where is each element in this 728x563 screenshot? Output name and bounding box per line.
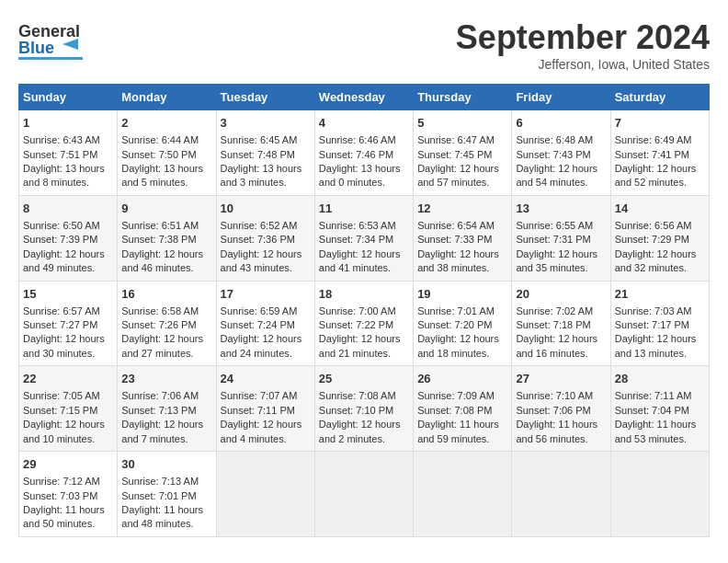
sunset: Sunset: 7:22 PM [319, 319, 393, 330]
sunset: Sunset: 7:01 PM [121, 490, 196, 501]
sunset: Sunset: 7:29 PM [615, 234, 689, 245]
daylight: Daylight: 11 hours and 56 minutes. [516, 419, 597, 443]
sunset: Sunset: 7:08 PM [417, 405, 492, 416]
calendar-cell: 7Sunrise: 6:49 AMSunset: 7:41 PMDaylight… [610, 110, 709, 196]
logo: General Blue [18, 18, 87, 73]
calendar-cell: 28Sunrise: 7:11 AMSunset: 7:04 PMDayligh… [610, 366, 709, 452]
sunrise: Sunrise: 6:50 AM [23, 220, 100, 231]
calendar-subtitle: Jefferson, Iowa, United States [456, 57, 710, 72]
sunset: Sunset: 7:26 PM [121, 319, 196, 330]
header: General Blue September 2024 Jefferson, I… [18, 18, 710, 73]
sunset: Sunset: 7:20 PM [417, 319, 492, 330]
calendar-cell: 10Sunrise: 6:52 AMSunset: 7:36 PMDayligh… [216, 195, 314, 281]
sunset: Sunset: 7:39 PM [23, 234, 97, 245]
daylight: Daylight: 12 hours and 54 minutes. [516, 163, 597, 188]
sunrise: Sunrise: 6:44 AM [121, 134, 199, 145]
calendar-cell: 30Sunrise: 7:13 AMSunset: 7:01 PMDayligh… [118, 452, 216, 537]
sunrise: Sunrise: 7:01 AM [417, 305, 495, 316]
daylight: Daylight: 12 hours and 41 minutes. [319, 248, 401, 273]
sunrise: Sunrise: 6:43 AM [23, 134, 100, 145]
sunrise: Sunrise: 6:51 AM [121, 220, 199, 231]
calendar-week-2: 8Sunrise: 6:50 AMSunset: 7:39 PMDaylight… [19, 195, 710, 281]
daylight: Daylight: 11 hours and 48 minutes. [121, 504, 203, 529]
calendar-cell: 12Sunrise: 6:54 AMSunset: 7:33 PMDayligh… [414, 195, 512, 281]
daylight: Daylight: 12 hours and 18 minutes. [417, 333, 499, 358]
calendar-cell: 22Sunrise: 7:05 AMSunset: 7:15 PMDayligh… [19, 366, 118, 452]
day-number: 14 [615, 201, 705, 217]
sunset: Sunset: 7:43 PM [516, 149, 590, 160]
sunrise: Sunrise: 6:58 AM [121, 305, 199, 316]
sunset: Sunset: 7:13 PM [121, 405, 196, 416]
sunset: Sunset: 7:51 PM [23, 149, 97, 160]
daylight: Daylight: 12 hours and 35 minutes. [516, 248, 597, 273]
calendar-cell: 23Sunrise: 7:06 AMSunset: 7:13 PMDayligh… [118, 366, 216, 452]
day-header-monday: Monday [118, 85, 216, 110]
day-number: 12 [417, 201, 507, 217]
daylight: Daylight: 11 hours and 50 minutes. [23, 504, 105, 529]
sunrise: Sunrise: 6:59 AM [221, 305, 298, 316]
day-number: 20 [516, 286, 606, 303]
calendar-cell: 14Sunrise: 6:56 AMSunset: 7:29 PMDayligh… [610, 195, 709, 281]
sunrise: Sunrise: 7:00 AM [319, 305, 396, 316]
day-number: 16 [121, 286, 211, 303]
day-number: 22 [23, 371, 113, 387]
sunset: Sunset: 7:10 PM [319, 405, 393, 416]
day-number: 9 [121, 201, 211, 217]
day-number: 6 [516, 115, 606, 132]
sunrise: Sunrise: 6:46 AM [319, 134, 396, 145]
sunrise: Sunrise: 7:12 AM [23, 476, 100, 487]
sunrise: Sunrise: 6:49 AM [615, 134, 692, 145]
sunrise: Sunrise: 7:13 AM [121, 476, 199, 487]
day-header-saturday: Saturday [610, 85, 709, 110]
daylight: Daylight: 13 hours and 5 minutes. [121, 163, 203, 188]
sunrise: Sunrise: 7:08 AM [319, 390, 396, 401]
day-number: 15 [23, 286, 113, 303]
calendar-table: SundayMondayTuesdayWednesdayThursdayFrid… [18, 84, 710, 537]
daylight: Daylight: 12 hours and 52 minutes. [615, 163, 697, 188]
calendar-cell [512, 452, 610, 537]
sunset: Sunset: 7:04 PM [615, 405, 689, 416]
sunrise: Sunrise: 7:07 AM [221, 390, 298, 401]
day-number: 3 [221, 115, 311, 132]
sunset: Sunset: 7:45 PM [417, 149, 492, 160]
daylight: Daylight: 12 hours and 46 minutes. [121, 248, 203, 273]
sunrise: Sunrise: 7:10 AM [516, 390, 593, 401]
day-number: 26 [417, 371, 507, 387]
daylight: Daylight: 12 hours and 21 minutes. [319, 333, 401, 358]
calendar-cell: 1Sunrise: 6:43 AMSunset: 7:51 PMDaylight… [19, 110, 118, 196]
sunset: Sunset: 7:11 PM [221, 405, 295, 416]
calendar-cell: 20Sunrise: 7:02 AMSunset: 7:18 PMDayligh… [512, 281, 610, 366]
title-area: September 2024 Jefferson, Iowa, United S… [456, 18, 710, 72]
day-number: 28 [615, 371, 705, 387]
calendar-cell: 5Sunrise: 6:47 AMSunset: 7:45 PMDaylight… [414, 110, 512, 196]
daylight: Daylight: 11 hours and 59 minutes. [417, 419, 499, 443]
daylight: Daylight: 12 hours and 2 minutes. [319, 419, 401, 443]
daylight: Daylight: 12 hours and 49 minutes. [23, 248, 105, 273]
day-number: 1 [23, 115, 113, 132]
calendar-cell: 17Sunrise: 6:59 AMSunset: 7:24 PMDayligh… [216, 281, 314, 366]
day-number: 7 [615, 115, 705, 132]
day-number: 25 [319, 371, 409, 387]
day-number: 8 [23, 201, 113, 217]
daylight: Daylight: 12 hours and 38 minutes. [417, 248, 499, 273]
sunset: Sunset: 7:27 PM [23, 319, 97, 330]
daylight: Daylight: 12 hours and 13 minutes. [615, 333, 697, 358]
calendar-cell: 13Sunrise: 6:55 AMSunset: 7:31 PMDayligh… [512, 195, 610, 281]
svg-rect-3 [18, 57, 83, 60]
calendar-title: September 2024 [456, 18, 710, 57]
calendar-week-3: 15Sunrise: 6:57 AMSunset: 7:27 PMDayligh… [19, 281, 710, 366]
calendar-cell [314, 452, 413, 537]
sunset: Sunset: 7:24 PM [221, 319, 295, 330]
day-header-friday: Friday [512, 85, 610, 110]
calendar-week-4: 22Sunrise: 7:05 AMSunset: 7:15 PMDayligh… [19, 366, 710, 452]
daylight: Daylight: 13 hours and 8 minutes. [23, 163, 105, 188]
day-number: 10 [221, 201, 311, 217]
daylight: Daylight: 12 hours and 10 minutes. [23, 419, 105, 443]
day-number: 13 [516, 201, 606, 217]
sunset: Sunset: 7:34 PM [319, 234, 393, 245]
sunset: Sunset: 7:46 PM [319, 149, 393, 160]
day-header-tuesday: Tuesday [216, 85, 314, 110]
day-number: 17 [221, 286, 311, 303]
daylight: Daylight: 12 hours and 7 minutes. [121, 419, 203, 443]
sunrise: Sunrise: 7:02 AM [516, 305, 593, 316]
